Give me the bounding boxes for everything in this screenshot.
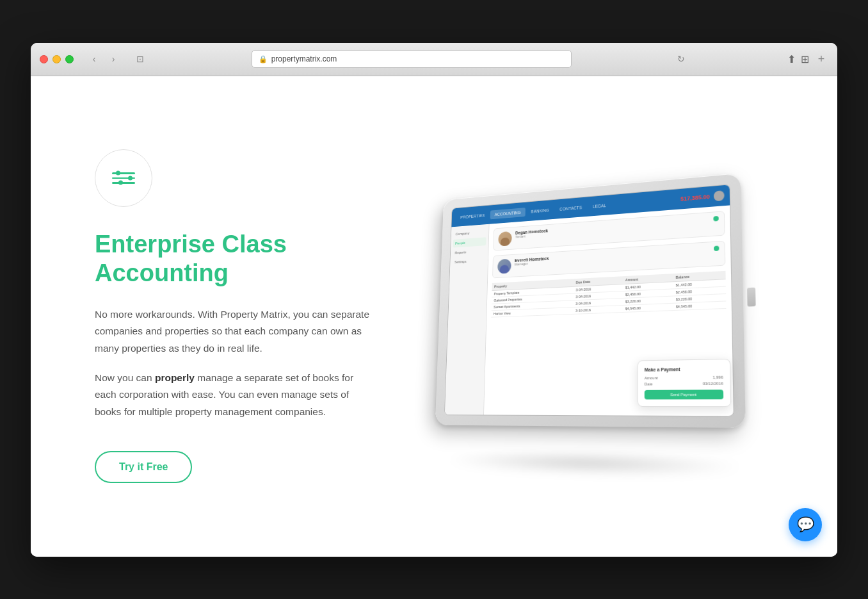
new-tab-button[interactable]: + <box>814 52 828 66</box>
app-tab-banking: BANKING <box>526 204 554 215</box>
app-sidebar-settings: Settings <box>453 256 486 266</box>
tablet-shadow <box>444 450 746 477</box>
app-table: Property Due Date Amount Balance <box>491 270 726 317</box>
app-main: Degan Homstock Tenant <box>484 205 734 416</box>
payment-modal: Make a Payment Amount 1,996 Date 03/12/2… <box>638 358 732 406</box>
app-header-right: $17,385.00 <box>680 190 725 204</box>
app-sidebar-company: Company <box>453 227 486 238</box>
reload-button[interactable]: ↻ <box>677 54 685 64</box>
app-avatar-2 <box>497 258 511 274</box>
close-button[interactable] <box>40 55 48 63</box>
app-amount: $17,385.00 <box>680 193 710 202</box>
maximize-button[interactable] <box>65 55 74 63</box>
app-avatar-1 <box>498 231 512 246</box>
app-tab-accounting: ACCOUNTING <box>490 207 526 218</box>
feature-icon-circle <box>95 149 152 207</box>
app-sidebar: Company People Reports Settings <box>445 224 490 414</box>
app-sidebar-reports: Reports <box>453 246 486 256</box>
status-dot-1 <box>713 215 718 221</box>
app-user-info-1: Degan Homstock Tenant <box>515 216 710 238</box>
app-body: Company People Reports Settings <box>445 205 734 416</box>
app-user-info-2: Everett Homstock Manager <box>515 246 710 266</box>
address-bar[interactable]: 🔒 propertymatrix.com <box>252 50 572 68</box>
app-tab-contacts: CONTACTS <box>555 202 587 213</box>
filter-line-3 <box>112 182 135 184</box>
tab-overview-button[interactable]: ⊞ <box>801 53 809 65</box>
description-paragraph-1: No more workarounds. With Property Matri… <box>95 306 376 357</box>
section-heading: Enterprise Class Accounting <box>95 230 376 288</box>
modal-row-amount: Amount 1,996 <box>645 375 723 380</box>
status-dot-2 <box>714 245 719 251</box>
sidebar-toggle-button[interactable]: ⊡ <box>131 52 149 66</box>
app-sidebar-people: People <box>453 237 486 247</box>
share-button[interactable]: ⬆ <box>787 53 796 65</box>
right-column: PROPERTIES ACCOUNTING BANKING CONTACTS L… <box>402 182 773 451</box>
back-button[interactable]: ‹ <box>85 52 103 66</box>
app-tab-properties: PROPERTIES <box>456 210 489 222</box>
browser-actions: ⬆ ⊞ + <box>787 52 828 66</box>
app-user-avatar <box>714 190 725 201</box>
chat-icon: 💬 <box>797 518 814 532</box>
minimize-button[interactable] <box>52 55 61 63</box>
tablet-screen: PROPERTIES ACCOUNTING BANKING CONTACTS L… <box>444 184 734 416</box>
tablet-home-button <box>747 287 756 306</box>
app-tab-legal: LEGAL <box>588 200 611 211</box>
nav-buttons: ‹ › <box>85 52 122 66</box>
send-payment-button[interactable]: Send Payment <box>645 390 723 399</box>
try-it-free-button[interactable]: Try it Free <box>95 451 192 483</box>
lock-icon: 🔒 <box>259 55 268 63</box>
filter-settings-icon <box>112 172 135 184</box>
browser-titlebar: ‹ › ⊡ 🔒 propertymatrix.com ↻ ⬆ ⊞ + <box>31 43 837 76</box>
modal-row-date: Date 03/12/2016 <box>645 381 723 386</box>
chat-widget-button[interactable]: 💬 <box>789 508 822 541</box>
tablet-outer: PROPERTIES ACCOUNTING BANKING CONTACTS L… <box>435 172 746 427</box>
traffic-lights <box>40 55 74 63</box>
url-text: propertymatrix.com <box>271 54 337 63</box>
left-column: Enterprise Class Accounting No more work… <box>95 149 402 483</box>
tablet-mockup: PROPERTIES ACCOUNTING BANKING CONTACTS L… <box>434 171 760 456</box>
browser-window: ‹ › ⊡ 🔒 propertymatrix.com ↻ ⬆ ⊞ + <box>31 43 837 557</box>
modal-title: Make a Payment <box>645 366 723 372</box>
filter-line-1 <box>112 172 135 174</box>
page-content: Enterprise Class Accounting No more work… <box>31 76 837 557</box>
description-paragraph-2: Now you can properly manage a separate s… <box>95 370 376 420</box>
forward-button[interactable]: › <box>104 52 122 66</box>
filter-line-2 <box>112 177 135 179</box>
